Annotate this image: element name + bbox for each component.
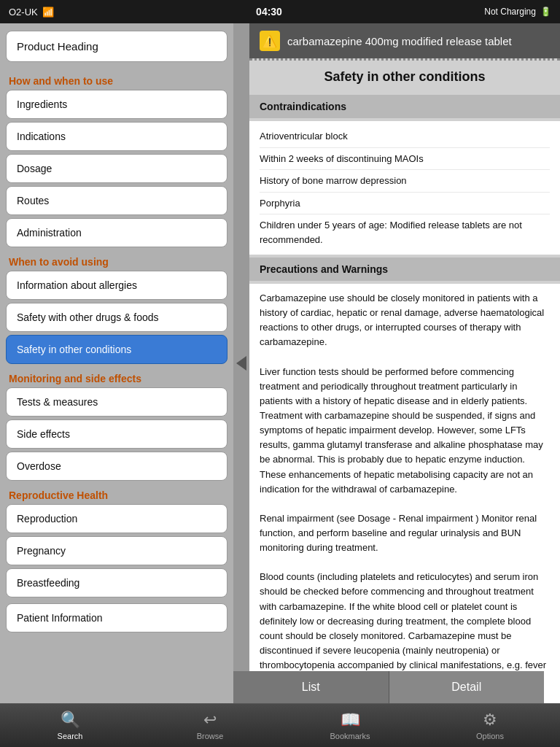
section-label-avoid: When to avoid using xyxy=(6,250,228,271)
section-label-reproductive: Reproductive Health xyxy=(6,484,228,504)
contra-item-4: Porphyria xyxy=(260,193,550,215)
sidebar: Product Heading How and when to use Ingr… xyxy=(0,23,233,703)
tab-bookmarks-label: Bookmarks xyxy=(330,732,370,740)
sidebar-item-reproduction[interactable]: Reproduction xyxy=(6,504,228,533)
precautions-para-1: Carbamazepine use should be closely moni… xyxy=(249,284,560,357)
tab-options-label: Options xyxy=(476,732,504,740)
sidebar-item-side-effects[interactable]: Side effects xyxy=(6,419,228,449)
sidebar-item-routes[interactable]: Routes xyxy=(6,186,228,215)
sidebar-item-pregnancy[interactable]: Pregnancy xyxy=(6,536,228,565)
detail-content: Safety in other conditions Contraindicat… xyxy=(249,61,560,703)
tab-bookmarks[interactable]: 📖 Bookmarks xyxy=(321,711,379,740)
precautions-para-2: Liver function tests should be performed… xyxy=(249,357,560,504)
contraindications-block: Atrioventricular block Within 2 weeks of… xyxy=(249,121,560,255)
options-icon: ⚙ xyxy=(483,711,497,729)
sidebar-item-administration[interactable]: Administration xyxy=(6,218,228,247)
bookmarks-icon: 📖 xyxy=(341,711,360,729)
sidebar-item-ingredients[interactable]: Ingredients xyxy=(6,90,228,119)
contra-item-5: Children under 5 years of age: Modified … xyxy=(260,214,550,250)
sidebar-item-indications[interactable]: Indications xyxy=(6,122,228,151)
main-container: Product Heading How and when to use Ingr… xyxy=(0,23,560,703)
contra-item-2: Within 2 weeks of discontinuing MAOIs xyxy=(260,148,550,171)
collapse-arrow[interactable] xyxy=(233,23,249,703)
sidebar-item-tests[interactable]: Tests & measures xyxy=(6,387,228,417)
status-left: O2-UK 📶 xyxy=(9,7,54,18)
warning-icon: ⚠️ xyxy=(260,31,280,51)
wifi-icon: 📶 xyxy=(42,7,54,18)
list-button[interactable]: List xyxy=(233,671,389,703)
detail-bottom-buttons: List Detail xyxy=(233,671,544,703)
arrow-icon xyxy=(236,356,246,371)
tab-search[interactable]: 🔍 Search xyxy=(41,711,99,740)
precautions-header: Precautions and Warnings xyxy=(249,258,560,281)
battery-icon: 🔋 xyxy=(540,7,551,17)
sidebar-item-breastfeeding[interactable]: Breastfeeding xyxy=(6,568,228,597)
tab-options[interactable]: ⚙ Options xyxy=(461,711,519,740)
detail-button[interactable]: Detail xyxy=(389,671,545,703)
sidebar-item-overdose[interactable]: Overdose xyxy=(6,452,228,481)
section-label-monitoring: Monitoring and side effects xyxy=(6,367,228,387)
detail-header: ⚠️ carbamazepine 400mg modified release … xyxy=(249,23,560,58)
tab-browse-label: Browse xyxy=(197,732,224,740)
sidebar-item-dosage[interactable]: Dosage xyxy=(6,154,228,183)
carrier-text: O2-UK xyxy=(9,7,38,18)
status-time: 04:30 xyxy=(256,6,282,18)
contraindications-header: Contraindications xyxy=(249,95,560,118)
contra-item-3: History of bone marrow depression xyxy=(260,170,550,193)
contra-item-1: Atrioventricular block xyxy=(260,125,550,148)
status-bar: O2-UK 📶 04:30 Not Charging 🔋 xyxy=(0,0,560,23)
status-right: Not Charging 🔋 xyxy=(484,7,551,17)
browse-icon: ↩ xyxy=(203,711,217,729)
section-label-how-when: How and when to use xyxy=(6,69,228,90)
sidebar-item-patient-info[interactable]: Patient Information xyxy=(6,603,228,632)
charging-text: Not Charging xyxy=(484,7,536,17)
sidebar-item-other-conditions[interactable]: Safety in other conditions xyxy=(6,335,228,364)
tab-browse[interactable]: ↩ Browse xyxy=(181,711,239,740)
search-icon: 🔍 xyxy=(61,711,80,729)
tab-bar: 🔍 Search ↩ Browse 📖 Bookmarks ⚙ Options xyxy=(0,703,560,747)
sidebar-item-drugs-foods[interactable]: Safety with other drugs & foods xyxy=(6,303,228,332)
precautions-para-3: Renal impairment (see Dosage - Renal imp… xyxy=(249,504,560,562)
tab-search-label: Search xyxy=(58,732,83,740)
product-heading-button[interactable]: Product Heading xyxy=(6,31,228,62)
detail-header-title: carbamazepine 400mg modified release tab… xyxy=(287,35,512,47)
sidebar-item-allergies[interactable]: Information about allergies xyxy=(6,271,228,300)
detail-page-title: Safety in other conditions xyxy=(249,61,560,92)
detail-panel: ⚠️ carbamazepine 400mg modified release … xyxy=(249,23,560,703)
